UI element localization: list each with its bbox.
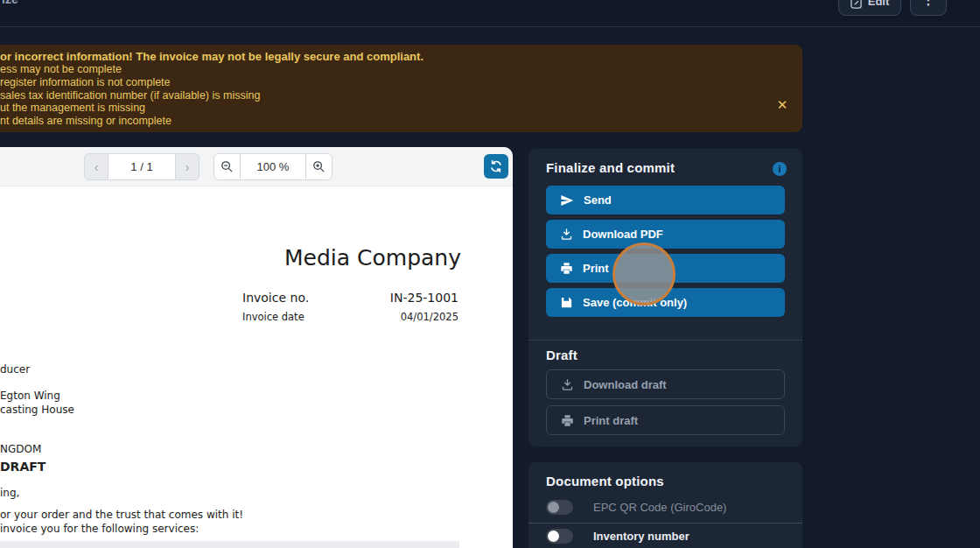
- draft-section-title: Draft: [546, 348, 578, 362]
- more-actions-button[interactable]: ⋮: [910, 0, 947, 16]
- download-draft-button[interactable]: Download draft: [546, 369, 785, 399]
- printer-icon: [561, 414, 574, 427]
- download-draft-button-label: Download draft: [584, 378, 667, 391]
- inventory-number-option-row: Inventory number: [546, 529, 690, 544]
- epc-qr-code-label: EPC QR Code (GiroCode): [593, 501, 726, 514]
- invoice-text-fragment: ing,: [0, 487, 19, 499]
- save-commit-button[interactable]: Save (commit only): [546, 288, 785, 317]
- close-icon[interactable]: ✕: [774, 97, 790, 113]
- invoice-date-value: 04/01/2025: [401, 311, 458, 323]
- invoice-text-fragment: ducer: [0, 363, 30, 376]
- save-icon: [560, 296, 573, 309]
- invoice-number-value: IN-25-1001: [390, 291, 458, 305]
- warning-line: ess may not be complete: [0, 63, 802, 76]
- zoom-out-button[interactable]: [214, 153, 241, 180]
- invoice-text-fragment: or your order and the trust that comes w…: [0, 509, 243, 521]
- section-divider: [528, 340, 802, 341]
- invoice-date-label: Invoice date: [242, 311, 304, 323]
- page-title-fragment: ize: [2, 0, 18, 6]
- edit-button-label: Edit: [868, 0, 890, 8]
- download-icon: [560, 228, 573, 241]
- edit-button[interactable]: Edit: [838, 0, 901, 16]
- epc-qr-code-toggle[interactable]: [546, 500, 573, 515]
- document-options-card: Document options EPC QR Code (GiroCode) …: [528, 462, 802, 548]
- warning-line: nt details are missing or incomplete: [0, 115, 802, 128]
- invoice-table-header-bar: [0, 541, 459, 548]
- save-commit-button-label: Save (commit only): [583, 296, 687, 309]
- zoom-in-icon: [312, 160, 326, 173]
- printer-icon: [560, 262, 573, 275]
- warning-line: ut the management is missing: [0, 102, 802, 115]
- invoice-number-label: Invoice no.: [242, 291, 309, 305]
- toggle-knob: [548, 530, 559, 542]
- epc-qr-code-option-row: EPC QR Code (GiroCode): [546, 500, 726, 515]
- finalize-section-title: Finalize and commit: [546, 160, 675, 175]
- pdf-toolbar: ‹ 1 / 1 › 100 %: [0, 147, 513, 186]
- invoice-text-fragment: invoice you for the following services:: [0, 523, 199, 535]
- download-icon: [561, 378, 574, 391]
- download-pdf-button-label: Download PDF: [583, 228, 663, 241]
- invoice-text-fragment: casting House: [0, 404, 74, 416]
- page-navigation: ‹ 1 / 1 ›: [84, 153, 200, 180]
- zoom-controls: 100 %: [214, 153, 332, 180]
- draft-watermark-fragment: DRAFT: [0, 460, 46, 474]
- send-icon: [560, 193, 574, 207]
- warning-line: register information is not complete: [0, 76, 802, 89]
- send-button[interactable]: Send: [546, 186, 785, 214]
- toggle-knob: [548, 502, 559, 513]
- zoom-level-field[interactable]: 100 %: [241, 153, 305, 180]
- invoice-document: Media Company Invoice no. IN-25-1001 Inv…: [0, 186, 513, 548]
- document-options-title: Document options: [546, 474, 664, 488]
- previous-page-button[interactable]: ‹: [84, 153, 108, 180]
- download-pdf-button[interactable]: Download PDF: [546, 220, 785, 249]
- chevron-left-icon: ‹: [94, 160, 99, 174]
- warning-title: or incorrect information! The invoice ma…: [0, 50, 802, 63]
- print-button[interactable]: Print: [546, 254, 785, 283]
- zoom-out-icon: [220, 160, 234, 173]
- kebab-menu-icon: ⋮: [922, 0, 935, 8]
- inventory-number-toggle[interactable]: [546, 529, 573, 544]
- invoice-company-title: Media Company: [284, 245, 461, 270]
- warning-banner: or incorrect information! The invoice ma…: [0, 45, 802, 132]
- invoice-text-fragment: Egton Wing: [0, 390, 60, 402]
- inventory-number-label: Inventory number: [593, 530, 690, 543]
- refresh-preview-button[interactable]: [484, 154, 508, 179]
- next-page-button[interactable]: ›: [175, 153, 200, 180]
- refresh-icon: [489, 159, 503, 173]
- finalize-card: Finalize and commit i Send Download PDF …: [528, 149, 802, 446]
- zoom-in-button[interactable]: [305, 153, 332, 180]
- page-indicator: 1 / 1: [108, 153, 175, 180]
- warning-line: sales tax identification number (if avai…: [0, 89, 802, 102]
- print-button-label: Print: [583, 262, 609, 275]
- chevron-right-icon: ›: [186, 160, 190, 174]
- option-divider: [528, 523, 802, 523]
- app-header: ize Edit ⋮: [0, 0, 980, 27]
- pdf-preview-panel: ‹ 1 / 1 › 100 %: [0, 147, 513, 548]
- print-draft-button[interactable]: Print draft: [546, 405, 785, 435]
- send-button-label: Send: [584, 193, 612, 207]
- print-draft-button-label: Print draft: [584, 414, 638, 427]
- edit-icon: [850, 0, 862, 8]
- invoice-text-fragment: NGDOM: [0, 443, 41, 455]
- info-icon[interactable]: i: [773, 162, 787, 176]
